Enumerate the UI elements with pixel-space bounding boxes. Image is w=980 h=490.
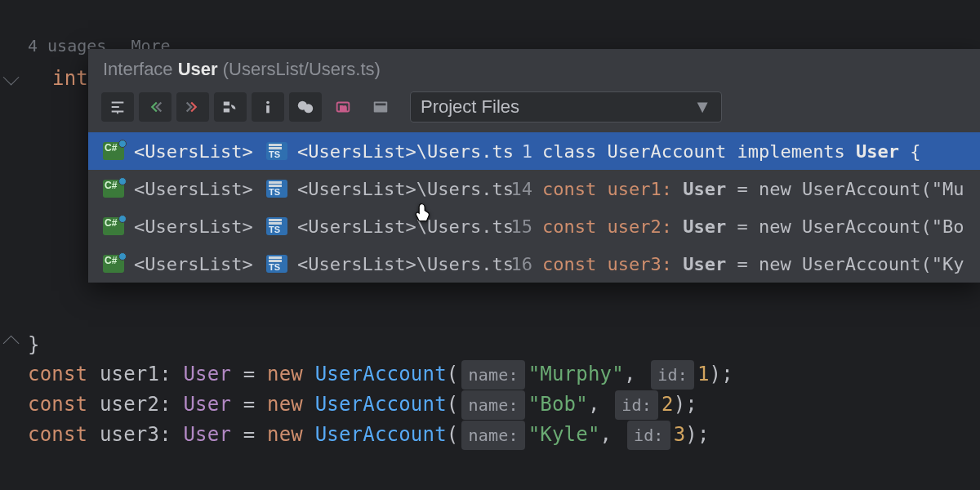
code-brace: } [24,330,40,359]
row-line: 16 [503,254,532,274]
find-usages-popup: Interface User (UsersList/Users.ts) m Pr… [88,49,980,283]
ts-file-icon [266,216,287,236]
row-line: 14 [503,179,532,199]
row-line: 1 [503,141,532,162]
prev-occurrence-icon[interactable] [139,92,172,122]
param-hint: name: [461,360,524,390]
code-line[interactable]: const user3: User = new UserAccount(name… [0,420,980,450]
info-icon[interactable] [252,92,284,122]
group-icon[interactable] [214,92,247,122]
row-directory: <UsersList> [134,216,256,237]
usage-row[interactable]: <UsersList> <UsersList>\Users.ts 15 cons… [88,207,980,245]
svg-rect-0 [266,101,270,105]
usage-row[interactable]: <UsersList> <UsersList>\Users.ts 1 class… [88,132,980,170]
csharp-file-icon [103,254,124,274]
svg-rect-1 [266,105,270,113]
preview-icon[interactable] [364,92,397,122]
param-hint: id: [615,390,658,420]
row-snippet: class UserAccount implements User { [542,141,965,162]
param-hint: id: [627,421,670,450]
popup-title: Interface User (UsersList/Users.ts) [88,49,980,87]
row-snippet: const user3: User = new UserAccount("Kyl… [542,254,965,274]
csharp-file-icon [103,179,124,198]
svg-point-3 [304,104,313,113]
row-snippet: const user1: User = new UserAccount("Mur… [542,179,965,199]
popup-toolbar: m Project Files ▼ [88,87,980,132]
svg-text:m: m [340,104,346,112]
row-line: 15 [503,216,532,237]
param-hint: name: [461,421,524,450]
csharp-file-icon [103,141,124,161]
row-directory: <UsersList> [134,254,256,274]
usage-row[interactable]: <UsersList> <UsersList>\Users.ts 16 cons… [88,245,980,283]
row-snippet: const user2: User = new UserAccount("Bob… [542,216,965,237]
row-file: <UsersList>\Users.ts [297,141,493,162]
param-hint: name: [461,390,524,420]
row-directory: <UsersList> [134,179,256,199]
settings-icon[interactable] [101,92,134,122]
row-file: <UsersList>\Users.ts [297,254,493,274]
results-list: <UsersList> <UsersList>\Users.ts 1 class… [88,132,980,283]
usage-row[interactable]: <UsersList> <UsersList>\Users.ts 14 cons… [88,170,980,207]
csharp-file-icon [103,216,124,236]
method-icon[interactable]: m [327,92,359,122]
code-line[interactable]: const user1: User = new UserAccount(name… [0,359,980,390]
row-directory: <UsersList> [134,141,256,162]
ts-file-icon [266,141,287,161]
chevron-down-icon: ▼ [693,96,711,118]
code-line[interactable]: const user2: User = new UserAccount(name… [0,390,980,420]
scope-label: Project Files [421,96,519,118]
param-hint: id: [651,360,694,390]
fold-icon[interactable] [0,73,24,84]
ts-file-icon [266,254,287,274]
next-occurrence-icon[interactable] [176,92,209,122]
scope-dropdown[interactable]: Project Files ▼ [410,91,722,122]
svg-rect-7 [376,103,386,105]
row-file: <UsersList>\Users.ts [297,179,493,199]
ts-file-icon [266,179,287,198]
filter-icon[interactable] [289,92,322,122]
row-file: <UsersList>\Users.ts [297,216,493,237]
fold-icon[interactable] [0,339,24,350]
